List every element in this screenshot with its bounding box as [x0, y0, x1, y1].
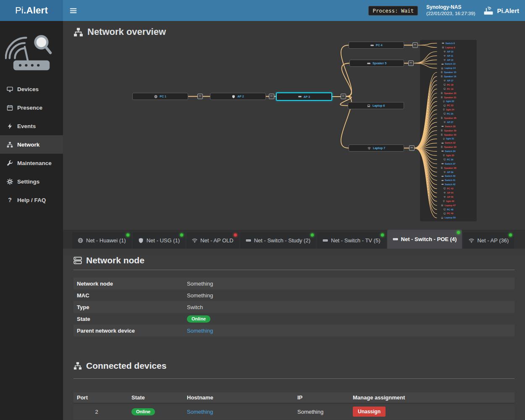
network-node-laptop-7[interactable]: Laptop 7: [349, 144, 404, 152]
panel-device[interactable]: Laptop 9: [420, 45, 477, 50]
pialert-brand-link[interactable]: Pi.Alert: [483, 5, 519, 16]
sidebar-item-maintenance[interactable]: Maintenance: [0, 154, 63, 172]
tab-net-usg-1[interactable]: Net - USG (1): [133, 232, 185, 249]
sidebar-toggle[interactable]: [63, 0, 83, 21]
panel-device[interactable]: Switch 13: [420, 62, 477, 66]
speaker-icon: [441, 71, 443, 74]
tab-net-huawei-1[interactable]: Net - Huawei (1): [72, 232, 131, 249]
network-node-speaker-5[interactable]: Speaker 5: [349, 60, 404, 67]
panel-device[interactable]: PC 25: [420, 112, 477, 116]
monitor-icon: [444, 105, 446, 107]
panel-device[interactable]: Switch 8: [420, 41, 477, 45]
panel-device[interactable]: light 24: [420, 108, 477, 112]
switchbox-icon: [442, 42, 444, 45]
panel-device[interactable]: PC 36: [420, 158, 477, 162]
panel-device[interactable]: PC 43: [420, 186, 477, 191]
wifi-icon: [444, 171, 446, 173]
sidebar-item-network[interactable]: Network: [0, 135, 63, 154]
panel-device[interactable]: AP 44: [420, 191, 477, 195]
panel-device[interactable]: Speaker 29: [420, 129, 477, 133]
device-name: light 35: [446, 154, 454, 157]
panel-device[interactable]: Speaker 20: [420, 91, 477, 95]
sidebar-item-events[interactable]: Events: [0, 117, 63, 135]
tab-net-ap-old[interactable]: Net - AP OLD: [186, 232, 239, 249]
shield-icon: [232, 95, 235, 98]
panel-device[interactable]: AP 27: [420, 120, 477, 124]
panel-device[interactable]: PC 48: [420, 207, 477, 212]
panel-device[interactable]: AP 45: [420, 195, 477, 199]
speaker-icon: [441, 129, 443, 132]
network-node-pc-1[interactable]: PC 1: [132, 93, 188, 100]
panel-device[interactable]: Laptop 14: [420, 66, 477, 70]
parent-device-link[interactable]: Something: [187, 328, 213, 334]
network-node-laptop-6[interactable]: Laptop 6: [348, 102, 404, 109]
app-logo[interactable]: Pi.Alert: [0, 0, 63, 21]
tab-net-switch-tv-5[interactable]: Net - Switch - TV (5): [317, 232, 386, 249]
panel-device[interactable]: AP 10: [420, 50, 477, 54]
connected-devices-title: Connected devices: [74, 361, 514, 371]
sidebar-item-settings[interactable]: Settings: [0, 172, 63, 191]
unassign-button[interactable]: Unassign: [353, 407, 386, 417]
device-name: Speaker 21: [444, 96, 456, 99]
tab-net-switch-poe-4[interactable]: Net - Switch - POE (4): [387, 230, 462, 249]
network-node-pc-4[interactable]: PC 4: [349, 42, 404, 49]
main-content: Network overview PC 1AP 2AP 3PC 4Speaker…: [63, 21, 525, 420]
panel-device[interactable]: Speaker 21: [420, 95, 477, 100]
collapse-toggle[interactable]: −: [341, 94, 346, 99]
panel-device[interactable]: Laptop 50: [420, 215, 477, 220]
panel-device[interactable]: AP 12: [420, 58, 477, 62]
panel-device[interactable]: Speaker 38: [420, 166, 477, 170]
panel-device[interactable]: Speaker 33: [420, 145, 477, 149]
panel-device[interactable]: Speaker 30: [420, 133, 477, 137]
tab-label: Net - AP (36): [477, 237, 509, 244]
device-name: light 24: [446, 108, 454, 111]
panel-device[interactable]: Speaker 16: [420, 74, 477, 79]
panel-device[interactable]: Switch 34: [420, 149, 477, 153]
sidebar-item-presence[interactable]: Presence: [0, 98, 63, 117]
panel-device[interactable]: Switch 42: [420, 182, 477, 186]
collapse-toggle[interactable]: −: [408, 60, 414, 66]
panel-device[interactable]: Switch 32: [420, 141, 477, 145]
device-name: Speaker 33: [444, 146, 456, 148]
panel-device[interactable]: Laptop 47: [420, 203, 477, 207]
sidebar-item-devices[interactable]: Devices: [0, 80, 63, 98]
node-info-row: MACSomething: [74, 289, 514, 301]
panel-device[interactable]: AP 11: [420, 54, 477, 58]
panel-device[interactable]: Switch 40: [420, 174, 477, 178]
panel-device[interactable]: light 31: [420, 136, 477, 141]
panel-device[interactable]: AP 39: [420, 170, 477, 174]
panel-device[interactable]: light 35: [420, 153, 477, 158]
question-icon: ?: [7, 197, 13, 203]
tab-net-ap-36[interactable]: Net - AP (36): [463, 232, 514, 249]
network-node-ap-2[interactable]: AP 2: [210, 93, 266, 100]
monitor-icon: [444, 113, 446, 115]
collapse-toggle[interactable]: −: [409, 145, 415, 151]
panel-device[interactable]: Switch 41: [420, 178, 477, 182]
tab-net-switch-study-2[interactable]: Net - Switch - Study (2): [240, 232, 316, 249]
device-name: Switch 32: [445, 142, 455, 144]
panel-device[interactable]: Switch 28: [420, 124, 477, 129]
state-badge: Online: [187, 315, 210, 323]
collapse-toggle[interactable]: −: [269, 94, 274, 99]
sidebar-item-help-faq[interactable]: ?Help / FAQ: [0, 191, 63, 209]
switchbox-icon: [298, 95, 302, 98]
panel-device[interactable]: Speaker 15: [420, 70, 477, 74]
sidebar-item-label: Help / FAQ: [17, 197, 46, 203]
panel-device[interactable]: light 46: [420, 199, 477, 203]
panel-device[interactable]: Switch 37: [420, 162, 477, 166]
network-node-table: Network nodeSomethingMACSomethingTypeSwi…: [74, 278, 514, 336]
panel-device[interactable]: AP 17: [420, 79, 477, 83]
panel-device[interactable]: PC 18: [420, 83, 477, 87]
panel-device[interactable]: light 22: [420, 99, 477, 103]
hostname-link[interactable]: Something: [187, 409, 213, 415]
collapse-toggle[interactable]: −: [197, 94, 203, 99]
panel-device[interactable]: PC 19: [420, 87, 477, 91]
collapse-toggle[interactable]: −: [412, 42, 418, 48]
wifi-icon: [444, 121, 446, 123]
panel-device[interactable]: PC 49: [420, 212, 477, 216]
bulb-icon: [443, 100, 445, 103]
sidebar-item-label: Devices: [17, 86, 39, 92]
panel-device[interactable]: PC 23: [420, 103, 477, 108]
network-node-ap-3[interactable]: AP 3: [276, 92, 332, 101]
panel-device[interactable]: Speaker 26: [420, 116, 477, 120]
